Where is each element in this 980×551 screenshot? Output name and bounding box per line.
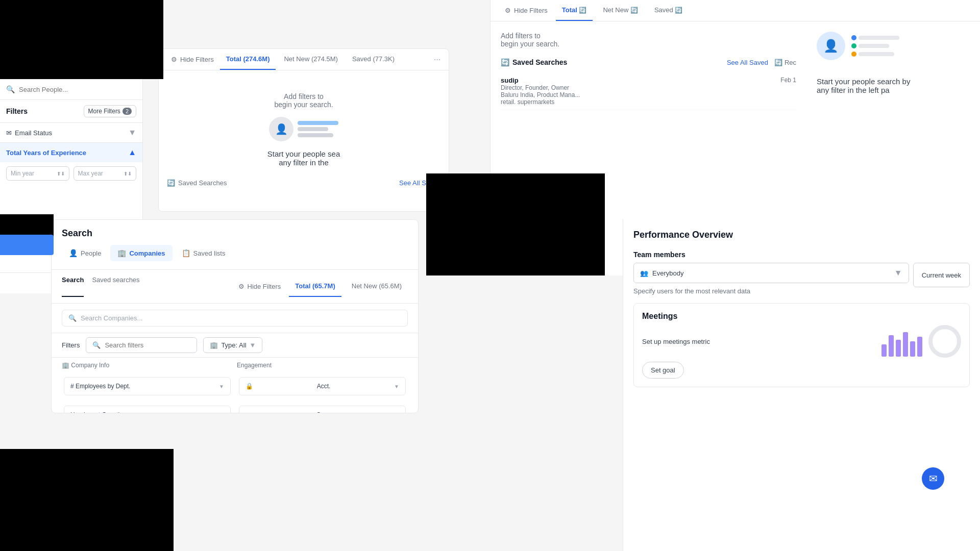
email-float-button[interactable]: ✉ <box>922 467 944 490</box>
people-search-bar[interactable]: 🔍 <box>0 79 142 100</box>
search-sub-tab[interactable]: Search <box>62 276 84 297</box>
search-main-tabs: 👤 People 🏢 Companies 📋 Saved lists <box>62 245 408 261</box>
saved-searches-section: 🔄 Saved Searches See All Saved 🔄 Rec sud… <box>501 58 796 110</box>
saved-searches-title: 🔄 Saved Searches <box>501 58 567 66</box>
employees-dept-filter[interactable]: # Employees by Dept. ▼ <box>64 377 231 395</box>
right-saved-tab[interactable]: Saved 🔄 <box>648 0 689 21</box>
right-bars-group <box>851 35 899 57</box>
team-select-dropdown[interactable]: 👥 Everybody ▼ <box>633 263 909 283</box>
svg-rect-3 <box>903 332 908 357</box>
acct-icon: 🔒 <box>246 383 253 390</box>
right-person-avatar: 👤 <box>817 32 845 60</box>
bottom-net-new-tab[interactable]: Net New (65.6M) <box>346 276 408 297</box>
email-icon: ✉ <box>6 129 12 137</box>
total-tab[interactable]: Total (274.6M) <box>220 49 276 70</box>
search-panel-header: Search 👤 People 🏢 Companies 📋 Saved list… <box>52 220 418 270</box>
specify-text: Specify users for the most relevant data <box>633 287 970 295</box>
filter-text-input[interactable] <box>105 341 190 349</box>
net-new-tab[interactable]: Net New (274.5M) <box>278 49 344 70</box>
top-left-black-overlay <box>0 0 163 79</box>
saved-searches-sub-tab[interactable]: Saved searches <box>92 276 139 297</box>
chevron-down-team: ▼ <box>894 268 902 278</box>
total-years-chevron: ▲ <box>128 148 136 157</box>
spinner-icon-2: ⬆⬇ <box>124 171 132 177</box>
bar-3 <box>859 52 894 56</box>
middle-panel-content: Add filters to begin your search. 👤 Star… <box>159 70 449 208</box>
rec-button[interactable]: 🔄 Rec <box>774 59 796 66</box>
hide-filters-button[interactable]: ⚙ Hide Filters <box>167 49 218 69</box>
more-filters-button[interactable]: More Filters 2 <box>84 105 136 117</box>
right-hide-filters-btn[interactable]: ⚙ Hide Filters <box>501 1 552 20</box>
year-inputs-row: Min year ⬆⬇ Max year ⬆⬇ <box>0 162 142 187</box>
chevron-down-type: ▼ <box>250 341 256 349</box>
filter-count-badge: 2 <box>122 108 132 115</box>
type-filter-button[interactable]: 🏢 Type: All ▼ <box>203 337 262 353</box>
meetings-bar-chart <box>881 326 922 357</box>
chevron-seq: ▼ <box>394 412 399 414</box>
right-total-tab[interactable]: Total 🔄 <box>556 0 593 21</box>
current-week-button[interactable]: Current week <box>913 263 970 287</box>
email-status-filter[interactable]: ✉ Email Status ▼ <box>0 122 142 142</box>
bottom-hide-filters-btn[interactable]: ⚙ Hide Filters <box>234 277 285 296</box>
saved-item-sudip[interactable]: sudip Director, Founder, Owner Baluru In… <box>501 72 796 110</box>
svg-rect-1 <box>889 335 894 357</box>
add-filters-text: Add filters to begin your search. <box>274 92 333 109</box>
team-members-section: Team members 👥 Everybody ▼ Current week … <box>633 251 970 295</box>
saved-searches-label-middle: 🔄 Saved Searches <box>167 179 227 187</box>
saved-tab[interactable]: Saved (77.3K) <box>346 49 401 70</box>
search-companies-input[interactable]: 🔍 Search Companies... <box>62 310 408 327</box>
right-net-new-tab[interactable]: Net New 🔄 <box>597 0 644 21</box>
blue-active-sidebar-item[interactable] <box>0 235 54 255</box>
engagement-header: Engagement <box>237 362 408 371</box>
people-tab[interactable]: 👤 People <box>62 245 108 261</box>
search-icon-company: 🔍 <box>68 314 77 322</box>
headcount-growth-filter[interactable]: Headcount Growth ▼ <box>64 406 231 413</box>
filter-search-input[interactable]: 🔍 <box>86 337 197 353</box>
right-start-search-text: Start your people search by any filter i… <box>817 68 970 94</box>
see-all-saved-right[interactable]: See All Saved <box>727 59 768 66</box>
performance-title: Performance Overview <box>633 230 970 240</box>
avatar-illustration: 👤 <box>269 117 338 141</box>
saved-searches-header: 🔄 Saved Searches See All Saved 🔄 Rec <box>501 58 796 66</box>
companies-icon: 🏢 <box>117 249 126 257</box>
people-search-input[interactable] <box>19 86 136 93</box>
meetings-content: Set up meetings metric <box>642 325 961 358</box>
bar-2 <box>859 44 889 48</box>
filter-icon-right: ⚙ <box>505 7 511 14</box>
dot-2 <box>851 43 856 48</box>
meetings-title: Meetings <box>642 312 961 321</box>
svg-rect-2 <box>896 340 901 357</box>
middle-top-search-panel: ⚙ Hide Filters Total (274.6M) Net New (2… <box>158 48 449 212</box>
saved-lists-tab[interactable]: 📋 Saved lists <box>175 245 233 261</box>
meetings-card: Meetings Set up meetings metric Set goal <box>633 303 970 387</box>
right-avatar-illustration: 👤 <box>817 32 970 60</box>
seq-filter[interactable]: ▶ Seq ▼ <box>239 406 406 413</box>
bottom-total-tab[interactable]: Total (65.7M) <box>289 276 341 297</box>
clock-icon: 🔄 <box>167 179 175 187</box>
email-status-chevron: ▼ <box>128 128 136 137</box>
svg-rect-5 <box>917 337 922 357</box>
filters-label-bottom: Filters <box>62 341 80 349</box>
search-sub-tabs-row: Search Saved searches ⚙ Hide Filters Tot… <box>52 270 418 304</box>
right-panel-content: Add filters to begin your search. 🔄 Save… <box>491 21 980 120</box>
max-year-input[interactable]: Max year ⬆⬇ <box>74 166 137 181</box>
min-year-input[interactable]: Min year ⬆⬇ <box>6 166 69 181</box>
refresh-icon-3: 🔄 <box>675 7 682 14</box>
performance-overview-panel: Performance Overview Team members 👥 Ever… <box>623 219 980 551</box>
filter-icon-bottom: ⚙ <box>238 283 244 290</box>
chevron-employees: ▼ <box>219 384 224 389</box>
right-preview-area: 👤 Start your pe <box>817 32 970 110</box>
acct-filter[interactable]: 🔒 Acct. ▼ <box>239 377 406 395</box>
total-years-filter[interactable]: Total Years of Experience ▲ Min year ⬆⬇ … <box>0 142 142 187</box>
refresh-icon: 🔄 <box>579 7 586 14</box>
companies-tab[interactable]: 🏢 Companies <box>110 245 172 261</box>
users-icon: 👥 <box>640 269 648 277</box>
right-add-filters-hint: Add filters to begin your search. <box>501 32 796 48</box>
dot-1 <box>851 35 856 40</box>
middle-panel-tabs: ⚙ Hide Filters Total (274.6M) Net New (2… <box>159 49 449 70</box>
type-icon: 🏢 <box>210 341 218 349</box>
more-options-icon[interactable]: ⋯ <box>434 56 440 63</box>
set-goal-button[interactable]: Set goal <box>642 362 684 379</box>
filters-title: Filters <box>6 107 28 115</box>
spinner-icon: ⬆⬇ <box>57 171 65 177</box>
